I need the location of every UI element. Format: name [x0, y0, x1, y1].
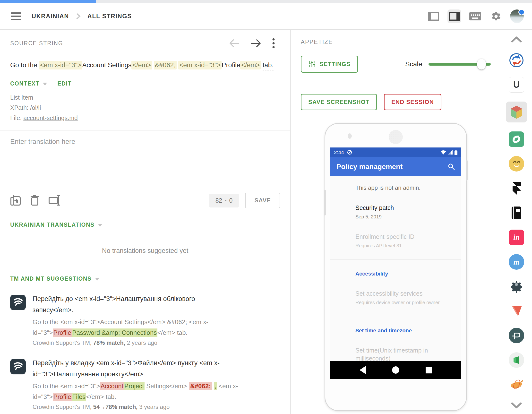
volume-button	[324, 190, 326, 215]
notebook-icon[interactable]	[509, 205, 524, 221]
translations-toggle[interactable]: UKRAINIAN TRANSLATIONS	[10, 221, 95, 228]
panel-right-icon[interactable]	[447, 10, 461, 23]
tm-suggestions-section: TM AND MT SUGGESTIONS Перейдіть до <em x…	[0, 276, 290, 410]
translations-section: UKRAINIAN TRANSLATIONS No translations s…	[0, 214, 290, 255]
mine-icon[interactable]	[509, 279, 524, 294]
context-file-link[interactable]: account-settings.md	[23, 115, 78, 121]
scale-label: Scale	[405, 60, 422, 68]
end-session-button[interactable]: END SESSION	[384, 94, 441, 110]
breadcrumb-filter[interactable]: ALL STRINGS	[87, 13, 132, 20]
breadcrumb-language[interactable]: UKRAINIAN	[32, 13, 69, 20]
recents-icon[interactable]	[426, 367, 432, 373]
status-bar: 2:44	[330, 147, 461, 157]
device-screen[interactable]: 2:44 Policy management This app is not a…	[330, 147, 461, 379]
tm-suggestions-toggle[interactable]: TM AND MT SUGGESTIONS	[10, 276, 92, 282]
save-screenshot-button[interactable]: SAVE SCREENSHOT	[301, 94, 377, 110]
machine-translation-sync-icon[interactable]	[509, 52, 524, 68]
phone-list-divider	[330, 259, 461, 260]
power-button	[466, 160, 468, 181]
phone-list: This app is not an admin.Security patchS…	[330, 176, 461, 361]
top-header: UKRAINIAN ALL STRINGS	[0, 3, 532, 30]
phone-list-item[interactable]: Set time(Unix timestamp in milliseconds)…	[355, 347, 448, 361]
copy-source-icon[interactable]	[10, 195, 21, 206]
scale-slider-thumb[interactable]	[477, 59, 486, 69]
wifi-icon	[440, 150, 446, 155]
tm-source-icon	[10, 295, 26, 310]
source-string-label: SOURCE STRING	[10, 40, 63, 47]
back-icon[interactable]	[360, 366, 366, 374]
suggestion-target-text: Перейдіть до <em x-id="3">Налаштування о…	[33, 293, 222, 316]
breadcrumb: UKRAINIAN ALL STRINGS	[32, 13, 132, 20]
invision-icon[interactable]: in	[509, 230, 524, 245]
delete-icon[interactable]	[30, 195, 39, 206]
tune-icon	[308, 60, 315, 68]
framer-icon[interactable]	[509, 181, 524, 196]
appetize-cube-icon[interactable]	[506, 102, 527, 123]
translation-editor-section: Enter translation here 820 SAVE	[0, 130, 290, 214]
suggestion-meta: Crowdin Support's TM, 54→78% match, 3 ye…	[33, 404, 244, 410]
appetize-title: APPETIZE	[291, 30, 501, 45]
integrations-sidebar: U in m	[501, 30, 532, 414]
context-edit-button[interactable]: EDIT	[57, 80, 71, 87]
proto-p-icon[interactable]	[509, 328, 524, 343]
red-arrow-icon[interactable]	[509, 303, 524, 319]
panel-left-icon[interactable]	[427, 10, 440, 23]
phone-list-item[interactable]: Enrollment-specific IDRequires API level…	[355, 233, 448, 249]
chevron-up-icon[interactable]	[509, 35, 524, 43]
chevron-down-icon[interactable]	[95, 278, 99, 281]
scale-slider[interactable]	[428, 63, 491, 66]
chevron-right-icon	[76, 13, 81, 20]
chevron-down-icon[interactable]	[43, 83, 47, 86]
app-bar-title: Policy management	[336, 163, 402, 171]
green-capture-icon[interactable]	[509, 131, 524, 147]
tm-source-icon	[10, 359, 26, 374]
gear-icon[interactable]	[489, 10, 503, 23]
appetize-panel: APPETIZE SETTINGS Scale SAVE SCREENSHOT …	[291, 30, 501, 414]
phone-list-item[interactable]: Set accessibility servicesRequires devic…	[355, 290, 448, 306]
suggestion-source-diff: Go to the <em x-id="3">Account Settings<…	[33, 317, 244, 338]
search-icon[interactable]	[448, 163, 455, 170]
phone-notice-text: This app is not an admin.	[355, 184, 448, 191]
app-bar: Policy management	[330, 157, 461, 176]
context-block: CONTEXT EDIT List Item XPath: /ol/li Fil…	[10, 80, 280, 123]
marvel-icon[interactable]: m	[509, 254, 524, 270]
data-saver-icon	[347, 150, 352, 155]
chevron-down-icon[interactable]	[509, 401, 524, 410]
tm-suggestion-1[interactable]: Перейдіть до <em x-id="3">Налаштування о…	[10, 293, 280, 346]
no-translations-message: No translations suggested yet	[10, 247, 280, 255]
avatar[interactable]	[510, 10, 524, 23]
suggestion-source-diff: Go to the <em x-id="3">AccountProject Se…	[33, 381, 244, 402]
context-toggle[interactable]: CONTEXT	[10, 80, 39, 87]
zeplin-icon[interactable]	[509, 377, 524, 392]
home-icon[interactable]	[392, 366, 399, 374]
keyboard-icon[interactable]	[468, 10, 482, 23]
source-string-section: SOURCE STRING Go to the <em x-id="3">Acc…	[0, 30, 290, 130]
source-string-text: Go to the <em x-id="3">Account Settings<…	[10, 59, 280, 71]
save-button[interactable]: SAVE	[245, 193, 280, 208]
translation-panel: SOURCE STRING Go to the <em x-id="3">Acc…	[0, 30, 291, 414]
phone-section-header: Accessibility	[355, 271, 448, 277]
chevron-down-icon[interactable]	[98, 224, 102, 227]
smiley-icon[interactable]	[509, 156, 524, 172]
select-text-icon[interactable]	[48, 195, 61, 206]
next-string-icon[interactable]	[250, 39, 262, 48]
phone-list-item[interactable]: Security patchSep 5, 2019	[355, 204, 448, 220]
status-time: 2:44	[334, 149, 344, 155]
context-line-2: XPath: /ol/li	[10, 103, 280, 113]
suggestion-meta: Crowdin Support's TM, 78% match, 2 years…	[33, 339, 244, 346]
char-counter: 820	[209, 194, 239, 207]
android-nav-bar	[330, 361, 461, 379]
menu-icon[interactable]	[10, 11, 22, 21]
tm-suggestion-2[interactable]: Перейдіть у вкладку <em x-id="3">Файли</…	[10, 357, 280, 410]
context-line-1: List Item	[10, 92, 280, 103]
divider	[291, 84, 501, 84]
medium-icon[interactable]	[509, 352, 524, 368]
suggestion-target-text: Перейдіть у вкладку <em x-id="3">Файли</…	[33, 357, 222, 380]
letter-u-icon[interactable]: U	[509, 77, 524, 93]
translation-input[interactable]: Enter translation here	[10, 138, 280, 145]
context-file-line: File: account-settings.md	[10, 113, 280, 123]
phone-list-divider	[330, 316, 461, 316]
previous-string-icon[interactable]	[228, 39, 240, 48]
settings-button[interactable]: SETTINGS	[301, 56, 358, 73]
kebab-menu-icon[interactable]	[272, 38, 275, 48]
